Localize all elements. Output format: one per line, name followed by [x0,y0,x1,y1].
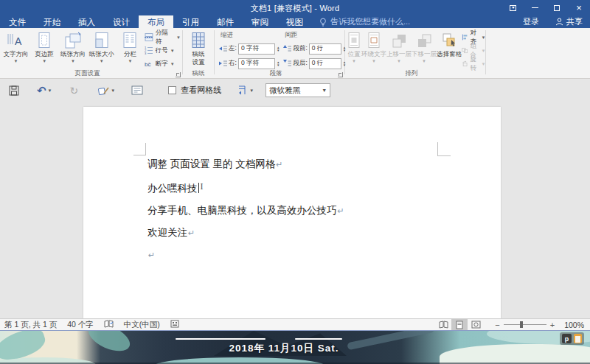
document-text[interactable]: 调整 页面设置 里的 文档网格↵ 办公嘿科技I 分享手机、电脑黑科技，以及高效办… [148,153,344,266]
paragraph-dialog-launcher[interactable] [338,72,343,77]
tell-me-box[interactable]: 告诉我您想要做什么... [312,15,417,28]
read-mode-button[interactable] [435,319,451,330]
recorder-p-icon: p [562,334,572,343]
document-canvas[interactable]: 调整 页面设置 里的 文档网格↵ 办公嘿科技I 分享手机、电脑黑科技，以及高效办… [0,102,590,318]
tab-home[interactable]: 开始 [35,15,69,28]
zoom-track[interactable] [504,324,546,325]
text-direction-button[interactable]: A 文字方向 ▼ [1,29,30,70]
dropdown-caret-icon: ▼ [422,59,426,63]
tab-layout[interactable]: 布局 [139,15,173,28]
desktop-artwork: 2018年 11月10日 Sat. p [0,330,590,364]
wrap-text-icon [367,31,381,50]
rotate-icon [462,60,468,68]
selection-pane-button[interactable]: 选择窗格 [437,29,462,70]
button-label: 选择窗格 [437,50,462,58]
document-page[interactable]: 调整 页面设置 里的 文档网格↵ 办公嘿科技I 分享手机、电脑黑科技，以及高效办… [83,107,501,318]
language-indicator[interactable]: 中文(中国) [124,320,160,330]
send-backward-button[interactable]: 下移一层 ▼ [412,29,437,70]
ribbon: A 文字方向 ▼ 页边距 ▼ 纸张方向 ▼ 纸张大小 ▼ 分栏 [0,28,590,79]
dropdown-caret-icon: ▼ [100,59,104,63]
hyphenation-button[interactable]: bc̄ 断字▼ [145,58,181,69]
sign-in-button[interactable]: 登录 [514,15,548,28]
minimize-button[interactable] [524,0,546,15]
dropdown-caret-icon: ▼ [322,88,327,93]
ribbon-tab-bar: 文件 开始 插入 设计 布局 引用 邮件 审阅 视图 告诉我您想要做什么... … [0,15,590,28]
tab-label: 布局 [148,17,164,28]
zoom-slider[interactable]: − + [491,321,558,329]
zoom-in-icon[interactable]: + [546,321,558,329]
spacing-before-input[interactable]: 0 行 [309,43,341,55]
view-gridlines-label: 查看网格线 [181,85,221,96]
paper-size-button[interactable]: 纸张大小 ▼ [87,29,116,70]
tab-mailings[interactable]: 邮件 [208,15,243,28]
close-button[interactable]: × [568,0,590,15]
breaks-button[interactable]: 分隔符▼ [145,32,181,43]
button-label: 断字 [156,60,168,69]
page-setup-small-buttons: 分隔符▼ 123 行号▼ bc̄ 断字▼ [145,29,181,69]
doc-line: 分享手机、电脑黑科技，以及高效办公技巧↵ [148,200,344,222]
undo-button[interactable]: ↶▼ [37,85,52,96]
spinner-icon[interactable]: ▴▾ [277,46,280,52]
rotate-button[interactable]: 旋转▼ [462,58,485,69]
page-settings-button[interactable] [131,85,143,95]
paragraph-mark: ↵ [188,228,195,237]
page-indicator[interactable]: 第 1 页, 共 1 页 [4,320,57,330]
ribbon-display-options-icon [510,5,516,11]
margins-button[interactable]: 页边距 ▼ [30,29,59,70]
tab-review[interactable]: 审阅 [243,15,277,28]
field-label: 右: [229,59,237,68]
tab-insert[interactable]: 插入 [69,15,104,28]
spacing-after-input[interactable]: 0 行 [309,58,341,69]
ribbon-display-options-button[interactable] [502,0,524,15]
spinner-icon[interactable]: ▴▾ [277,60,280,66]
margins-icon [36,31,52,50]
indent-right-input[interactable]: 0 字符 [238,58,275,69]
font-name-combobox[interactable]: 微软雅黑 ▼ [266,83,330,97]
paragraph-mark-button[interactable]: ▼ [237,85,254,95]
ime-button[interactable] [170,320,179,329]
maximize-button[interactable] [546,0,568,15]
dropdown-caret-icon: ▼ [48,88,52,93]
redo-icon: ↻ [70,85,79,96]
indent-left-row: 左: 0 字符 ▴▾ [219,42,279,55]
share-button[interactable]: 共享 [548,15,590,28]
person-icon [555,18,563,26]
manuscript-setup-button[interactable]: 稿纸 设置 [184,29,212,70]
word-count[interactable]: 40 个字 [67,320,94,330]
indent-right-icon [219,60,227,67]
indent-left-input[interactable]: 0 字符 [238,43,275,55]
button-label: 下移一层 [412,50,437,58]
tab-file[interactable]: 文件 [0,15,35,28]
button-label: 行号 [156,46,168,55]
orientation-button[interactable]: 纸张方向 ▼ [59,29,88,70]
view-gridlines-toggle[interactable]: 查看网格线 [168,85,221,96]
redo-button[interactable]: ↻ [70,85,79,96]
share-label: 共享 [566,16,583,27]
shapes-button[interactable]: ▼ [97,85,115,96]
wrap-text-button[interactable]: 环绕文字 ▼ [361,29,386,70]
dropdown-caret-icon: ▼ [482,49,486,53]
web-layout-button[interactable] [468,319,484,330]
doc-line-text: 分享手机、电脑黑科技，以及高效办公技巧 [148,205,337,216]
tab-design[interactable]: 设计 [104,15,139,28]
font-name-value: 微软雅黑 [269,85,300,96]
zoom-out-icon[interactable]: − [491,321,503,329]
position-button[interactable]: 位置 ▼ [347,29,361,70]
dropdown-caret-icon: ▼ [249,88,254,93]
proofing-button[interactable] [104,320,114,330]
bring-forward-button[interactable]: 上移一层 ▼ [386,29,412,70]
tab-view[interactable]: 视图 [277,15,312,28]
indent-column: 缩进 左: 0 字符 ▴▾ 右: 0 字符 ▴▾ [219,30,279,71]
page-setup-dialog-launcher[interactable] [176,72,181,77]
columns-button[interactable]: 分栏 ▼ [116,29,145,70]
zoom-thumb[interactable] [520,321,523,328]
spacing-column: 间距 段前: 0 行 ▴▾ 段后: 0 行 ▴▾ [283,30,345,71]
doc-line-text: 办公嘿科技 [148,183,198,194]
line-numbers-button[interactable]: 123 行号▼ [145,45,181,56]
zoom-level[interactable]: 100% [564,321,584,329]
print-layout-button[interactable] [451,319,468,330]
word-window: 文档1 [兼容模式] - Word × 文件 开始 插入 设计 布局 引用 邮件… [0,0,590,364]
tab-references[interactable]: 引用 [173,15,208,28]
page-icon [131,85,143,95]
save-button[interactable] [9,85,19,96]
